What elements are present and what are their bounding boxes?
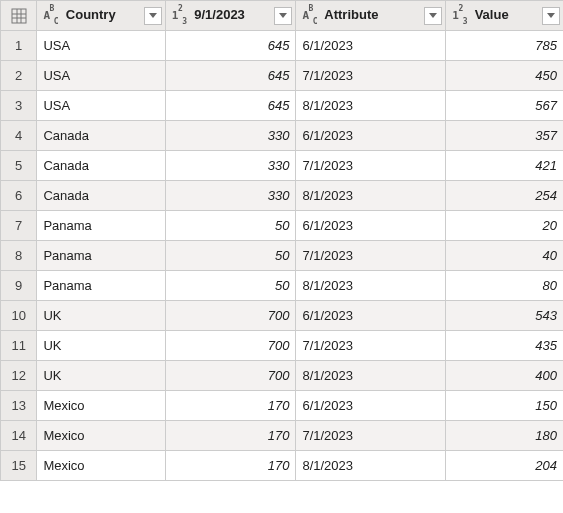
- cell-value[interactable]: 400: [446, 361, 563, 391]
- filter-dropdown-country[interactable]: [144, 7, 162, 25]
- cell-value[interactable]: 254: [446, 181, 563, 211]
- cell-value[interactable]: 435: [446, 331, 563, 361]
- column-header-sep[interactable]: 123 9/1/2023: [165, 1, 296, 31]
- table-row[interactable]: 15Mexico1708/1/2023204: [1, 451, 564, 481]
- cell-sep[interactable]: 50: [165, 211, 296, 241]
- table-row[interactable]: 10UK7006/1/2023543: [1, 301, 564, 331]
- cell-sep[interactable]: 645: [165, 91, 296, 121]
- cell-sep[interactable]: 700: [165, 301, 296, 331]
- cell-value[interactable]: 567: [446, 91, 563, 121]
- cell-country[interactable]: Canada: [37, 121, 165, 151]
- cell-attr[interactable]: 7/1/2023: [296, 331, 446, 361]
- cell-country[interactable]: USA: [37, 61, 165, 91]
- row-number[interactable]: 4: [1, 121, 37, 151]
- row-number[interactable]: 3: [1, 91, 37, 121]
- row-number[interactable]: 2: [1, 61, 37, 91]
- cell-attr[interactable]: 8/1/2023: [296, 361, 446, 391]
- cell-value[interactable]: 450: [446, 61, 563, 91]
- cell-attr[interactable]: 8/1/2023: [296, 91, 446, 121]
- filter-dropdown-attribute[interactable]: [424, 7, 442, 25]
- cell-attr[interactable]: 6/1/2023: [296, 301, 446, 331]
- row-number[interactable]: 6: [1, 181, 37, 211]
- cell-attr[interactable]: 6/1/2023: [296, 211, 446, 241]
- column-header-value[interactable]: 123 Value: [446, 1, 563, 31]
- cell-value[interactable]: 40: [446, 241, 563, 271]
- row-number[interactable]: 12: [1, 361, 37, 391]
- row-number[interactable]: 8: [1, 241, 37, 271]
- cell-sep[interactable]: 330: [165, 121, 296, 151]
- table-row[interactable]: 1USA6456/1/2023785: [1, 31, 564, 61]
- cell-country[interactable]: Mexico: [37, 391, 165, 421]
- table-row[interactable]: 9Panama508/1/202380: [1, 271, 564, 301]
- cell-attr[interactable]: 7/1/2023: [296, 151, 446, 181]
- cell-sep[interactable]: 700: [165, 361, 296, 391]
- cell-sep[interactable]: 645: [165, 31, 296, 61]
- row-number[interactable]: 7: [1, 211, 37, 241]
- cell-sep[interactable]: 50: [165, 271, 296, 301]
- row-number[interactable]: 11: [1, 331, 37, 361]
- cell-country[interactable]: Canada: [37, 181, 165, 211]
- cell-country[interactable]: USA: [37, 91, 165, 121]
- column-header-attribute[interactable]: ABC Attribute: [296, 1, 446, 31]
- table-row[interactable]: 8Panama507/1/202340: [1, 241, 564, 271]
- cell-country[interactable]: Canada: [37, 151, 165, 181]
- cell-value[interactable]: 204: [446, 451, 563, 481]
- cell-attr[interactable]: 7/1/2023: [296, 421, 446, 451]
- table-row[interactable]: 2USA6457/1/2023450: [1, 61, 564, 91]
- table-row[interactable]: 3USA6458/1/2023567: [1, 91, 564, 121]
- cell-sep[interactable]: 645: [165, 61, 296, 91]
- table-row[interactable]: 12UK7008/1/2023400: [1, 361, 564, 391]
- row-number[interactable]: 10: [1, 301, 37, 331]
- cell-attr[interactable]: 8/1/2023: [296, 271, 446, 301]
- cell-sep[interactable]: 170: [165, 421, 296, 451]
- cell-country[interactable]: Panama: [37, 241, 165, 271]
- cell-country[interactable]: UK: [37, 331, 165, 361]
- row-number[interactable]: 13: [1, 391, 37, 421]
- cell-country[interactable]: Panama: [37, 271, 165, 301]
- table-row[interactable]: 14Mexico1707/1/2023180: [1, 421, 564, 451]
- table-row[interactable]: 7Panama506/1/202320: [1, 211, 564, 241]
- cell-sep[interactable]: 170: [165, 391, 296, 421]
- cell-sep[interactable]: 330: [165, 151, 296, 181]
- row-number[interactable]: 15: [1, 451, 37, 481]
- cell-attr[interactable]: 6/1/2023: [296, 391, 446, 421]
- cell-country[interactable]: Panama: [37, 211, 165, 241]
- row-number[interactable]: 5: [1, 151, 37, 181]
- cell-sep[interactable]: 330: [165, 181, 296, 211]
- cell-attr[interactable]: 6/1/2023: [296, 121, 446, 151]
- cell-value[interactable]: 421: [446, 151, 563, 181]
- cell-attr[interactable]: 6/1/2023: [296, 31, 446, 61]
- row-number[interactable]: 1: [1, 31, 37, 61]
- cell-value[interactable]: 357: [446, 121, 563, 151]
- table-row[interactable]: 6Canada3308/1/2023254: [1, 181, 564, 211]
- table-row[interactable]: 5Canada3307/1/2023421: [1, 151, 564, 181]
- cell-attr[interactable]: 7/1/2023: [296, 241, 446, 271]
- select-all-corner[interactable]: [1, 1, 37, 31]
- table-row[interactable]: 13Mexico1706/1/2023150: [1, 391, 564, 421]
- table-icon: [11, 8, 27, 24]
- row-number[interactable]: 9: [1, 271, 37, 301]
- filter-dropdown-sep[interactable]: [274, 7, 292, 25]
- cell-attr[interactable]: 8/1/2023: [296, 181, 446, 211]
- row-number[interactable]: 14: [1, 421, 37, 451]
- cell-sep[interactable]: 170: [165, 451, 296, 481]
- column-header-country[interactable]: ABC Country: [37, 1, 165, 31]
- cell-sep[interactable]: 700: [165, 331, 296, 361]
- cell-attr[interactable]: 8/1/2023: [296, 451, 446, 481]
- cell-country[interactable]: UK: [37, 361, 165, 391]
- cell-value[interactable]: 180: [446, 421, 563, 451]
- cell-country[interactable]: Mexico: [37, 451, 165, 481]
- table-row[interactable]: 4Canada3306/1/2023357: [1, 121, 564, 151]
- cell-value[interactable]: 150: [446, 391, 563, 421]
- cell-country[interactable]: UK: [37, 301, 165, 331]
- table-row[interactable]: 11UK7007/1/2023435: [1, 331, 564, 361]
- cell-value[interactable]: 543: [446, 301, 563, 331]
- filter-dropdown-value[interactable]: [542, 7, 560, 25]
- cell-attr[interactable]: 7/1/2023: [296, 61, 446, 91]
- cell-country[interactable]: Mexico: [37, 421, 165, 451]
- cell-country[interactable]: USA: [37, 31, 165, 61]
- cell-value[interactable]: 80: [446, 271, 563, 301]
- cell-value[interactable]: 20: [446, 211, 563, 241]
- cell-sep[interactable]: 50: [165, 241, 296, 271]
- cell-value[interactable]: 785: [446, 31, 563, 61]
